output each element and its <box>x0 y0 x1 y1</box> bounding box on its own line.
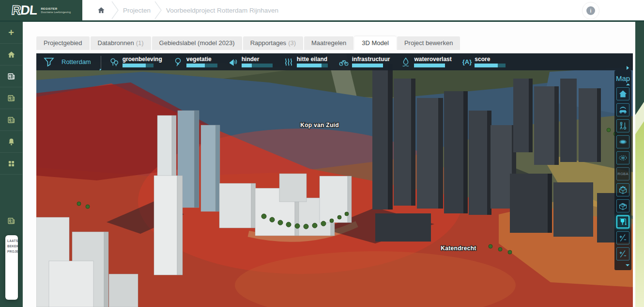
layer-progress-track <box>297 64 328 67</box>
tab-rapportages[interactable]: Rapportages(3) <box>243 36 303 50</box>
water-drop-icon <box>400 57 411 67</box>
map-panel-title: Map <box>616 74 630 82</box>
layer-infrastructuur[interactable]: infrastructuur <box>338 56 390 67</box>
map-label-katendrecht: Katendrecht <box>441 245 476 252</box>
layer-wateroverlast[interactable]: wateroverlast <box>400 56 451 67</box>
breadcrumb-projecten[interactable]: Projecten <box>123 7 151 14</box>
layer-label: vegetatie <box>186 56 217 63</box>
block-vegetation-tool[interactable] <box>616 183 629 196</box>
dotted-ellipse-icon <box>618 153 628 163</box>
map-3d-scene[interactable]: Kop van Zuid Katendrecht <box>36 53 633 307</box>
layer-progress-fill <box>475 64 497 67</box>
buildings-home-tool[interactable] <box>616 87 629 100</box>
tree-measure-icon <box>618 217 628 227</box>
layer-hinder[interactable]: hinder <box>228 56 273 67</box>
noise-icon <box>228 57 239 67</box>
header: RDL REGISTER Duurzame Leefomgeving Proje… <box>0 0 644 22</box>
heat-waves-icon <box>283 57 294 67</box>
layer-progress-fill <box>123 64 146 67</box>
layer-progress-track <box>123 64 153 67</box>
sidebar-item-projects-active[interactable] <box>0 65 22 87</box>
info-button[interactable]: i <box>582 2 599 19</box>
toolbar-scroll-right-arrow[interactable] <box>627 66 629 70</box>
layer-score[interactable]: {A} score <box>462 56 506 67</box>
breadcrumb-current-project[interactable]: Voorbeeldproject Rotterdam Rijnhaven <box>166 7 278 14</box>
sidebar-item-reports[interactable] <box>0 87 22 109</box>
chevron-separator-icon <box>111 1 119 19</box>
layer-progress-track <box>186 64 217 67</box>
layer-hitte-eiland[interactable]: hitte eiland <box>283 56 328 67</box>
layer-vegetatie[interactable]: vegetatie <box>173 56 217 67</box>
logo-tagline: Duurzame Leefomgeving <box>41 11 71 14</box>
person-temperature-tool[interactable] <box>616 119 629 132</box>
heat-contour-tool[interactable] <box>616 151 629 164</box>
logo-subtitle: REGISTER Duurzame Leefomgeving <box>41 7 71 14</box>
layer-label: wateroverlast <box>414 56 451 63</box>
heat-blob-tool[interactable] <box>616 135 629 148</box>
logo-rdl-text: RDL <box>11 4 38 17</box>
trees-icon <box>109 57 120 67</box>
tab-gebiedslabel[interactable]: Gebiedslabel (model 2023) <box>152 36 242 50</box>
balloon-icon <box>173 57 184 67</box>
recent-projects-tooltip: LAATST BEKEKEN PROJECTEN <box>5 235 18 300</box>
info-icon: i <box>586 6 595 15</box>
layer-groenbeleving[interactable]: groenbeleving <box>109 56 162 67</box>
sidebar-item-add[interactable]: + <box>0 22 22 44</box>
tools-scroll-down-arrow[interactable] <box>626 264 629 266</box>
sidebar-item-apps[interactable] <box>0 153 22 175</box>
score-icon: {A} <box>462 57 472 67</box>
tab-maatregelen[interactable]: Maatregelen <box>304 36 353 50</box>
main-content: Projectgebied Databronnen(1) Gebiedslabe… <box>23 22 644 307</box>
adjust-plus-minus-tool[interactable] <box>616 231 629 244</box>
city-filter-label[interactable]: Rotterdam <box>61 58 91 65</box>
plus-minus-icon <box>618 233 628 243</box>
filter-icon[interactable] <box>43 56 55 68</box>
layer-label: groenbeleving <box>123 56 162 63</box>
layer-progress-fill <box>186 64 205 67</box>
tab-count-badge: (3) <box>288 39 296 47</box>
body-row: + LAATST BEKEKEN PROJECTEN <box>0 22 644 307</box>
tools-scroll-up-arrow[interactable] <box>626 83 630 85</box>
sidebar: + LAATST BEKEKEN PROJECTEN <box>0 22 23 307</box>
heat-blob-icon <box>618 137 628 147</box>
sidebar-item-notifications[interactable] <box>0 131 22 153</box>
app-logo[interactable]: RDL REGISTER Duurzame Leefomgeving <box>0 0 82 20</box>
grid-icon <box>7 159 16 168</box>
sidebar-item-recent-projects[interactable] <box>0 210 22 232</box>
layer-progress-fill <box>242 64 252 67</box>
city-block-lines-icon <box>618 201 628 211</box>
tab-count-badge: (1) <box>136 39 144 47</box>
tab-project-bewerken[interactable]: Project bewerken <box>397 36 460 50</box>
sidebar-item-documents[interactable] <box>0 109 22 131</box>
layer-progress-track <box>242 64 273 67</box>
sidebar-item-home[interactable] <box>0 44 22 65</box>
map-viewport: Kop van Zuid Katendrecht Rotterdam groen… <box>36 53 633 307</box>
tree-measure-tool[interactable] <box>616 215 629 228</box>
decorative-green-strip <box>635 22 644 307</box>
layer-label: hinder <box>242 56 273 63</box>
map-tools-panel: Map RGBA <box>614 70 631 270</box>
tab-projectgebied[interactable]: Projectgebied <box>36 36 90 50</box>
chevron-separator-icon <box>154 1 162 19</box>
layer-progress-track <box>352 64 383 67</box>
car-waves-icon <box>618 105 628 115</box>
toolbar-divider <box>101 56 101 68</box>
layer-progress-fill <box>414 64 445 67</box>
layer-progress-fill <box>297 64 322 67</box>
plus-minus-icon <box>618 249 628 259</box>
layer-progress-track <box>414 64 445 67</box>
layer-label: score <box>475 56 506 63</box>
traffic-noise-tool[interactable] <box>616 103 629 116</box>
tab-3d-model[interactable]: 3D Model <box>354 36 396 50</box>
rgba-label: RGBA <box>617 172 628 176</box>
tab-databronnen[interactable]: Databronnen(1) <box>91 36 151 50</box>
adjust-plus-minus-tool-2[interactable] <box>616 247 629 260</box>
home-icon[interactable] <box>97 6 106 15</box>
bicycle-icon <box>338 57 349 67</box>
logo-register-line: REGISTER <box>41 7 71 10</box>
rgba-tool[interactable]: RGBA <box>616 167 629 180</box>
home-icon <box>7 50 16 59</box>
layer-progress-track <box>475 64 506 67</box>
block-analysis-tool[interactable] <box>616 199 629 212</box>
plus-icon: + <box>8 28 14 37</box>
